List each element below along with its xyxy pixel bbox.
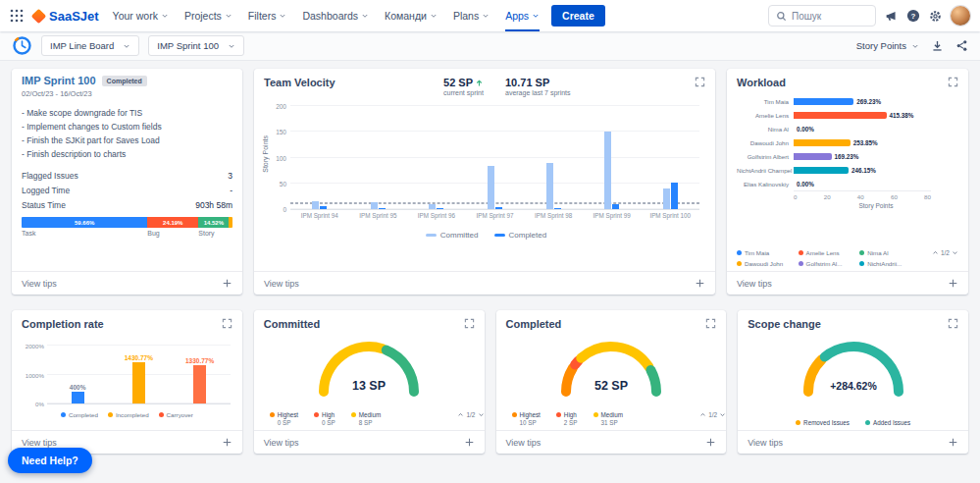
workload-bar[interactable] [794,167,849,174]
view-tips-link[interactable]: View tips [22,279,57,289]
expand-icon[interactable] [948,77,958,87]
add-icon[interactable] [705,437,716,448]
legend-item[interactable]: Committed [426,231,479,240]
expand-icon[interactable] [948,318,958,329]
nav-item-your-work[interactable]: Your work [113,0,169,31]
workload-bar[interactable] [794,153,832,160]
export-download-icon[interactable] [931,39,944,52]
legend-next-button[interactable] [719,411,726,418]
view-tips-link[interactable]: View tips [264,438,299,448]
scope-gauge-chart: +284.62% Removed IssuesAdded Issues [738,332,968,430]
legend-item[interactable]: Carryover [159,411,193,418]
velocity-bar-completed[interactable] [320,206,327,209]
distribution-label: Bug [147,230,198,237]
expand-icon[interactable] [222,318,232,329]
legend-item[interactable]: Completed [494,231,547,240]
legend-item[interactable]: Amelie Lens [799,249,860,256]
saasjet-logo[interactable]: SaaSJet [33,9,99,24]
velocity-bar-committed[interactable] [604,132,611,209]
velocity-bar-committed[interactable] [429,204,436,209]
legend-item[interactable]: Medium31 SP [593,411,623,426]
legend-item[interactable]: High2 SP [556,411,578,426]
nav-item-apps[interactable]: Apps [505,0,540,31]
legend-item[interactable]: Added Issues [865,419,910,426]
view-tips-link[interactable]: View tips [22,438,57,448]
velocity-bar-completed[interactable] [437,208,443,209]
expand-icon[interactable] [464,318,475,329]
add-icon[interactable] [464,437,475,448]
add-icon[interactable] [222,278,232,289]
view-tips-link[interactable]: View tips [506,438,542,448]
legend-item[interactable]: Nima Al [859,249,921,256]
help-icon[interactable]: ? [906,9,920,23]
velocity-bar-completed[interactable] [554,208,561,209]
legend-prev-button[interactable] [699,411,706,418]
velocity-bar-committed[interactable] [488,166,494,209]
nav-item-projects[interactable]: Projects [184,0,232,31]
card-footer: View tips [12,271,242,295]
search-box[interactable] [768,5,876,27]
add-icon[interactable] [948,278,958,289]
announcements-icon[interactable] [885,10,898,23]
need-help-button[interactable]: Need Help? [8,448,92,473]
legend-item[interactable]: Highest0 SP [270,411,298,426]
legend-item[interactable]: NichtAndrii... [859,260,921,267]
search-input[interactable] [792,11,868,22]
legend-item[interactable]: High0 SP [314,411,335,426]
view-tips-link[interactable]: View tips [264,279,299,289]
nav-item-plans[interactable]: Plans [453,0,490,31]
view-tips-link[interactable]: View tips [737,279,772,289]
bar[interactable] [72,392,84,403]
velocity-bar-completed[interactable] [671,183,678,209]
sprint-select[interactable]: IMP Sprint 100 [148,35,244,56]
user-avatar[interactable] [951,6,970,26]
expand-icon[interactable] [705,318,716,329]
board-select[interactable]: IMP Line Board [41,35,139,56]
nav-item-dashboards[interactable]: Dashboards [302,0,369,31]
legend-prev-button[interactable] [932,249,939,256]
legend-pagination[interactable]: 1/2 [699,411,726,418]
card-footer: View tips [254,271,715,295]
y-axis-title: Story Points [262,135,269,173]
legend-pagination[interactable]: 1/2 [932,249,958,256]
legend-item[interactable]: Completed [61,411,98,418]
add-icon[interactable] [948,437,958,448]
velocity-bar-committed[interactable] [663,188,670,209]
legend-next-button[interactable] [478,411,485,418]
expand-icon[interactable] [695,77,705,87]
add-icon[interactable] [222,437,232,448]
workload-bar[interactable] [794,112,887,119]
legend-item[interactable]: Tim Maia [737,249,799,256]
velocity-bar-committed[interactable] [546,163,553,209]
legend-item[interactable]: Removed Issues [796,419,850,426]
velocity-bar-completed[interactable] [379,208,386,209]
velocity-bar-completed[interactable] [495,207,502,209]
legend-pagination[interactable]: 1/2 [457,411,484,418]
legend-item[interactable]: Dawoudi John [737,260,799,267]
card-title: Scope change [748,318,821,330]
settings-gear-icon[interactable] [929,10,942,23]
workload-bar[interactable] [794,139,851,146]
app-switcher-icon[interactable] [10,9,24,23]
metric-select[interactable]: Story Points [856,40,919,51]
nav-item-filters[interactable]: Filters [248,0,287,31]
nav-item-команди[interactable]: Команди [385,0,438,31]
share-icon[interactable] [955,39,968,52]
legend-item[interactable]: Golfstrim Al... [799,260,860,267]
legend-prev-button[interactable] [457,411,464,418]
add-icon[interactable] [695,278,705,289]
velocity-bar-committed[interactable] [312,201,319,209]
velocity-bar-completed[interactable] [612,204,619,209]
bar[interactable] [193,365,206,403]
create-button[interactable]: Create [551,5,605,27]
workload-bar[interactable] [794,98,853,105]
legend-next-button[interactable] [952,249,958,256]
legend-item[interactable]: Incompleted [108,411,149,418]
average-stat: 10.71 SP average last 7 sprints [505,77,571,96]
legend-item[interactable]: Highest10 SP [512,411,541,426]
legend-value: 2 SP [564,419,578,426]
legend-item[interactable]: Medium8 SP [351,411,381,426]
view-tips-link[interactable]: View tips [748,438,783,448]
velocity-bar-committed[interactable] [371,202,378,209]
bar[interactable] [132,362,145,403]
